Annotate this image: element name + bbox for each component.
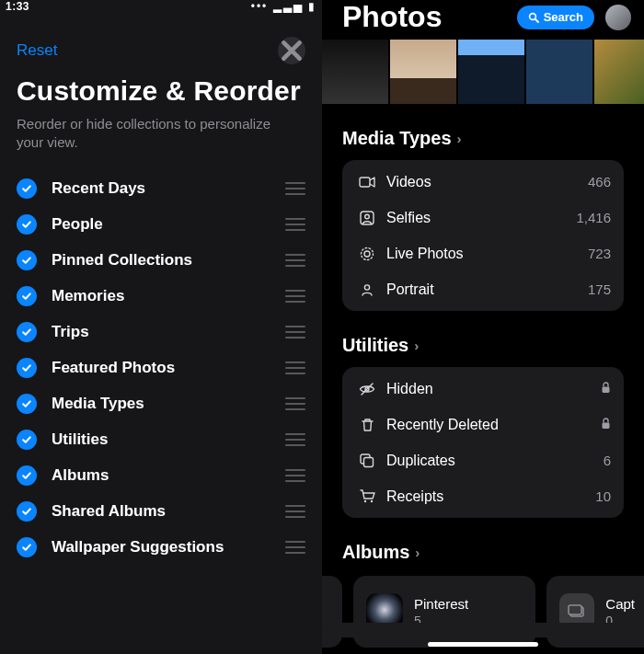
row-label: Videos: [386, 174, 588, 190]
checkmark-toggle[interactable]: [17, 250, 37, 270]
row-label: Selfies: [386, 210, 576, 226]
row-label: Pinned Collections: [52, 251, 285, 270]
livephoto-icon: [355, 247, 379, 261]
svg-point-7: [364, 284, 369, 289]
list-row[interactable]: Portrait175: [342, 271, 624, 307]
reorder-row[interactable]: Trips: [17, 314, 305, 350]
selfie-icon: [355, 211, 379, 225]
chevron-right-icon: ›: [414, 338, 419, 353]
svg-point-5: [364, 251, 370, 257]
list-row[interactable]: Live Photos723: [342, 235, 624, 271]
drag-handle-icon[interactable]: [285, 433, 305, 446]
sheet-title: Customize & Reorder: [17, 75, 305, 108]
sheet-subtitle: Reorder or hide collections to personali…: [17, 115, 293, 153]
reset-button[interactable]: Reset: [17, 41, 57, 60]
checkmark-toggle[interactable]: [17, 214, 37, 235]
chevron-right-icon: ›: [457, 131, 462, 146]
close-button[interactable]: [278, 37, 305, 64]
trash-icon: [355, 418, 379, 432]
svg-point-13: [363, 500, 365, 502]
media-types-list: Videos466Selfies1,416Live Photos723Portr…: [342, 160, 624, 311]
checkmark-toggle[interactable]: [17, 537, 37, 557]
reorder-row[interactable]: Pinned Collections: [17, 242, 305, 278]
row-label: Recent Days: [52, 179, 285, 198]
eye-slash-icon: [355, 383, 379, 396]
row-label: Hidden: [386, 381, 601, 397]
cart-icon: [355, 489, 379, 503]
row-label: People: [52, 215, 285, 234]
customize-sheet: 1:33 ••• ▂▃▅ ▮ Reset Customize & Reorder…: [0, 0, 322, 654]
section-heading: Utilities: [342, 335, 408, 356]
reorder-row[interactable]: Featured Photos: [17, 350, 305, 385]
section-media-types[interactable]: Media Types ›: [342, 128, 644, 149]
reorder-row[interactable]: Wallpaper Suggestions: [17, 529, 305, 565]
list-row[interactable]: Receipts10: [342, 478, 624, 514]
photos-app: Photos Search Media Types: [322, 0, 644, 654]
chevron-right-icon: ›: [415, 545, 420, 560]
album-name: Pinterest: [414, 596, 468, 612]
home-indicator[interactable]: [428, 642, 538, 647]
checkmark-toggle[interactable]: [17, 322, 37, 342]
row-label: Live Photos: [386, 246, 588, 262]
list-row[interactable]: Recently Deleted: [342, 407, 624, 442]
lock-icon: [601, 418, 611, 432]
svg-point-14: [370, 500, 372, 502]
checkmark-toggle[interactable]: [17, 358, 37, 378]
drag-handle-icon[interactable]: [285, 505, 305, 518]
row-label: Shared Albums: [52, 502, 285, 521]
checkmark-toggle[interactable]: [17, 394, 37, 414]
reorder-row[interactable]: People: [17, 206, 305, 242]
drag-handle-icon[interactable]: [285, 361, 305, 374]
status-bar: 1:33 ••• ▂▃▅ ▮: [0, 0, 322, 13]
row-label: Wallpaper Suggestions: [52, 538, 285, 556]
photo-thumb[interactable]: [594, 40, 644, 104]
drag-handle-icon[interactable]: [285, 290, 305, 303]
photo-thumbnails[interactable]: [322, 40, 644, 104]
bottom-peek-cards: [322, 623, 624, 637]
drag-handle-icon[interactable]: [285, 469, 305, 482]
reorder-row[interactable]: Utilities: [17, 421, 305, 457]
reorder-row[interactable]: Media Types: [17, 385, 305, 421]
list-row[interactable]: Videos466: [342, 164, 624, 200]
lock-icon: [601, 382, 611, 396]
checkmark-toggle[interactable]: [17, 178, 37, 199]
row-label: Duplicates: [386, 453, 604, 469]
checkmark-toggle[interactable]: [17, 501, 37, 522]
row-label: Memories: [52, 287, 285, 305]
row-label: Portrait: [386, 281, 588, 298]
photo-thumb[interactable]: [526, 40, 592, 104]
list-row[interactable]: Duplicates6: [342, 442, 624, 478]
checkmark-toggle[interactable]: [17, 430, 37, 450]
photo-thumb[interactable]: [390, 40, 456, 104]
search-icon: [528, 12, 539, 23]
photo-thumb[interactable]: [322, 40, 388, 104]
svg-rect-11: [603, 422, 610, 429]
drag-handle-icon[interactable]: [285, 254, 305, 267]
drag-handle-icon[interactable]: [285, 218, 305, 231]
row-label: Utilities: [52, 430, 285, 449]
search-button[interactable]: Search: [517, 6, 594, 29]
checkmark-toggle[interactable]: [17, 286, 37, 306]
status-indicators: ••• ▂▃▅ ▮: [251, 0, 316, 13]
svg-rect-10: [603, 386, 610, 393]
list-row[interactable]: Selfies1,416: [342, 200, 624, 235]
section-utilities[interactable]: Utilities ›: [342, 335, 644, 356]
reorder-row[interactable]: Albums: [17, 457, 305, 493]
drag-handle-icon[interactable]: [285, 326, 305, 338]
list-row[interactable]: Hidden: [342, 371, 624, 407]
section-albums[interactable]: Albums ›: [342, 542, 644, 563]
drag-handle-icon[interactable]: [285, 397, 305, 410]
reorder-row[interactable]: Recent Days: [17, 170, 305, 206]
photo-thumb[interactable]: [458, 40, 524, 104]
row-value: 6: [604, 453, 611, 468]
drag-handle-icon[interactable]: [285, 182, 305, 195]
photo-stack-icon: [568, 604, 586, 619]
close-icon: [278, 37, 305, 64]
profile-avatar[interactable]: [605, 5, 631, 30]
reorder-row[interactable]: Memories: [17, 278, 305, 314]
svg-point-6: [362, 247, 374, 259]
drag-handle-icon[interactable]: [285, 541, 305, 554]
checkmark-toggle[interactable]: [17, 465, 37, 486]
reorder-row[interactable]: Shared Albums: [17, 493, 305, 529]
utilities-list: HiddenRecently DeletedDuplicates6Receipt…: [342, 367, 624, 518]
